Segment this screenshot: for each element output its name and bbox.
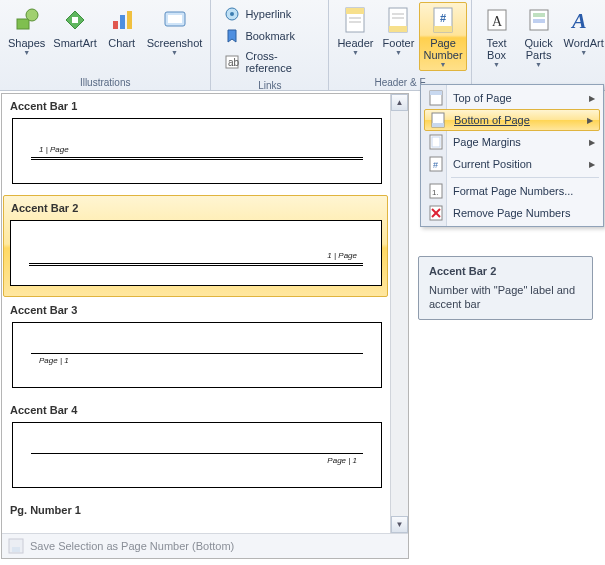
bookmark-label: Bookmark	[245, 30, 295, 42]
quickparts-icon	[524, 5, 554, 35]
shapes-icon	[12, 5, 42, 35]
footer-label: Footer	[383, 37, 415, 49]
dropdown-arrow-icon: ▼	[535, 61, 542, 68]
bookmark-button[interactable]: Bookmark	[221, 26, 318, 46]
dropdown-arrow-icon: ▼	[580, 49, 587, 56]
textbox-button[interactable]: A Text Box ▼	[476, 2, 518, 71]
save-selection-icon	[8, 538, 24, 554]
scroll-down-icon[interactable]: ▼	[391, 516, 408, 533]
preview-text: Page | 1	[327, 456, 357, 465]
menu-format-page-numbers[interactable]: 1. Format Page Numbers...	[423, 180, 601, 202]
menu-remove-label: Remove Page Numbers	[453, 207, 570, 219]
menu-current-label: Current Position	[453, 158, 532, 170]
gallery-item-title: Pg. Number 1	[8, 500, 386, 522]
shapes-label: Shapes	[8, 37, 45, 49]
svg-rect-27	[533, 19, 545, 23]
scroll-up-icon[interactable]: ▲	[391, 94, 408, 111]
dropdown-arrow-icon: ▼	[395, 49, 402, 56]
svg-rect-32	[432, 123, 444, 127]
group-text: A Text Box ▼ Quick Parts ▼ A WordArt ▼	[472, 0, 605, 90]
preview-text: Page | 1	[39, 356, 69, 365]
screenshot-button[interactable]: Screenshot ▼	[143, 2, 207, 59]
group-label-links: Links	[215, 78, 324, 92]
gallery-item-pg-number-1[interactable]: Pg. Number 1	[2, 498, 408, 524]
wordart-icon: A	[569, 5, 599, 35]
hyperlink-icon	[224, 6, 240, 22]
tooltip-title: Accent Bar 2	[429, 265, 582, 277]
group-links: Hyperlink Bookmark ab Cross-reference Li…	[211, 0, 329, 90]
dropdown-arrow-icon: ▼	[493, 61, 500, 68]
gallery-item-accent-bar-2[interactable]: Accent Bar 2 1 | Page	[3, 195, 388, 297]
gallery-item-accent-bar-3[interactable]: Accent Bar 3 Page | 1	[2, 298, 408, 398]
submenu-arrow-icon: ▶	[589, 94, 595, 103]
menu-remove-page-numbers[interactable]: Remove Page Numbers	[423, 202, 601, 224]
screenshot-label: Screenshot	[147, 37, 203, 49]
menu-top-of-page[interactable]: Top of Page ▶	[423, 87, 601, 109]
bookmark-icon	[224, 28, 240, 44]
save-selection-label[interactable]: Save Selection as Page Number (Bottom)	[30, 540, 234, 552]
group-label-illustrations: Illustrations	[4, 75, 206, 89]
svg-rect-3	[113, 21, 118, 29]
svg-rect-17	[389, 26, 407, 32]
submenu-arrow-icon: ▶	[589, 138, 595, 147]
textbox-icon: A	[482, 5, 512, 35]
svg-point-1	[26, 9, 38, 21]
menu-separator	[451, 177, 599, 178]
pagenumber-icon: #	[428, 5, 458, 35]
svg-rect-7	[168, 15, 182, 23]
svg-rect-26	[533, 13, 545, 17]
svg-rect-21	[434, 26, 452, 32]
submenu-arrow-icon: ▶	[587, 116, 593, 125]
gallery-preview: Page | 1	[12, 422, 382, 488]
pagenumber-button[interactable]: # Page Number ▼	[419, 2, 466, 71]
current-position-icon: #	[428, 156, 444, 172]
footer-button[interactable]: Footer ▼	[377, 2, 419, 71]
svg-rect-13	[346, 8, 364, 14]
dropdown-arrow-icon: ▼	[440, 61, 447, 68]
menu-margins-label: Page Margins	[453, 136, 521, 148]
quickparts-button[interactable]: Quick Parts ▼	[518, 2, 560, 71]
submenu-arrow-icon: ▶	[589, 160, 595, 169]
chart-button[interactable]: Chart	[101, 2, 143, 59]
dropdown-arrow-icon: ▼	[352, 49, 359, 56]
group-headerfooter: Header ▼ Footer ▼ # Page Number ▼ Header…	[329, 0, 471, 90]
menu-bottom-of-page[interactable]: Bottom of Page ▶	[424, 109, 600, 131]
gallery-item-accent-bar-1[interactable]: Accent Bar 1 1 | Page	[2, 94, 408, 194]
gallery-preview: Page | 1	[12, 322, 382, 388]
svg-text:#: #	[440, 12, 446, 24]
smartart-button[interactable]: SmartArt	[49, 2, 100, 59]
remove-page-icon	[428, 205, 444, 221]
gallery-footer: Save Selection as Page Number (Bottom)	[2, 533, 408, 558]
crossreference-button[interactable]: ab Cross-reference	[221, 48, 318, 76]
header-button[interactable]: Header ▼	[333, 2, 377, 71]
preview-text: 1 | Page	[39, 145, 69, 154]
svg-rect-43	[12, 547, 20, 552]
svg-text:ab: ab	[228, 57, 240, 68]
menu-bottom-label: Bottom of Page	[454, 114, 530, 126]
svg-rect-5	[127, 11, 132, 29]
tooltip: Accent Bar 2 Number with "Page" label an…	[418, 256, 593, 320]
menu-top-label: Top of Page	[453, 92, 512, 104]
tooltip-body: Number with "Page" label and accent bar	[429, 283, 582, 311]
shapes-button[interactable]: Shapes ▼	[4, 2, 49, 59]
menu-page-margins[interactable]: Page Margins ▶	[423, 131, 601, 153]
gallery-item-accent-bar-4[interactable]: Accent Bar 4 Page | 1	[2, 398, 408, 498]
preview-text: 1 | Page	[327, 251, 357, 260]
pagenumber-gallery: Accent Bar 1 1 | Page Accent Bar 2 1 | P…	[1, 93, 409, 559]
pagenumber-label: Page Number	[423, 37, 462, 61]
pagenumber-menu: Top of Page ▶ Bottom of Page ▶ Page Marg…	[420, 84, 604, 227]
menu-current-position[interactable]: # Current Position ▶	[423, 153, 601, 175]
wordart-button[interactable]: A WordArt ▼	[560, 2, 605, 71]
svg-text:A: A	[492, 14, 503, 29]
gallery-scrollbar[interactable]: ▲ ▼	[390, 94, 408, 533]
hyperlink-button[interactable]: Hyperlink	[221, 4, 318, 24]
dropdown-arrow-icon: ▼	[23, 49, 30, 56]
crossreference-label: Cross-reference	[245, 50, 315, 74]
gallery-item-title: Accent Bar 3	[8, 300, 386, 322]
textbox-label: Text Box	[486, 37, 506, 61]
svg-rect-4	[120, 15, 125, 29]
header-icon	[340, 5, 370, 35]
gallery-scroll: Accent Bar 1 1 | Page Accent Bar 2 1 | P…	[2, 94, 408, 533]
smartart-icon	[60, 5, 90, 35]
format-page-icon: 1.	[428, 183, 444, 199]
